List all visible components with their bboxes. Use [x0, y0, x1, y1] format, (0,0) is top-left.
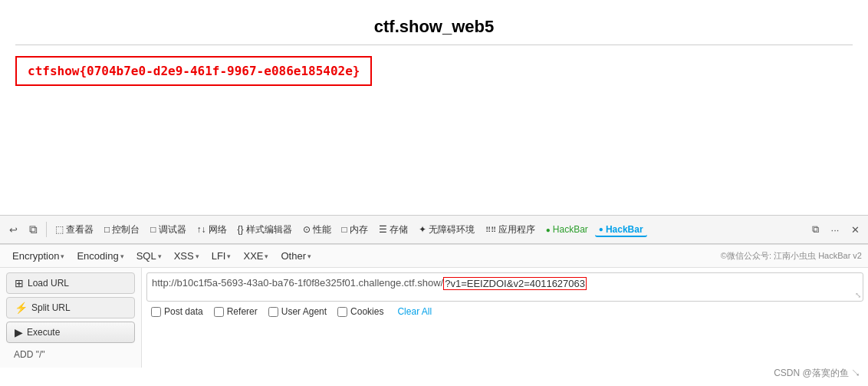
url-normal-part: http://b10c1f5a-5693-43a0-ba76-1f0f8e325…	[152, 277, 443, 289]
flag-box: ctfshow{0704b7e0-d2e9-461f-9967-e086e185…	[15, 56, 372, 86]
cookies-label: Cookies	[350, 306, 383, 317]
close-devtools-btn[interactable]: ✕	[847, 221, 863, 238]
main-content: ctf.show_web5 ctfshow{0704b7e0-d2e9-461f…	[0, 0, 868, 215]
apps-btn[interactable]: ⠿⠿ 应用程序	[482, 222, 539, 238]
user-agent-checkbox-label[interactable]: User Agent	[268, 306, 327, 317]
add-slash-label: ADD "/"	[14, 349, 45, 360]
cookies-checkbox[interactable]	[337, 307, 347, 317]
xxe-label: XXE	[243, 250, 263, 262]
split-url-button[interactable]: ⚡ Split URL	[6, 297, 135, 318]
accessibility-btn[interactable]: ✦ 无障碍环境	[415, 222, 478, 238]
duplicate-icon[interactable]: ⧉	[25, 221, 41, 238]
url-area[interactable]: http://b10c1f5a-5693-43a0-ba76-1f0f8e325…	[146, 272, 863, 302]
hackbar-sidebar: ⊞ Load URL ⚡ Split URL ▶ Execute ADD "/"	[0, 268, 142, 368]
referer-label: Referer	[227, 306, 258, 317]
storage-btn[interactable]: ☰ 存储	[375, 222, 412, 238]
other-arrow: ▾	[307, 252, 311, 260]
load-url-label: Load URL	[28, 278, 69, 289]
encryption-label: Encryption	[12, 250, 59, 262]
accessibility-label: 无障碍环境	[429, 223, 475, 236]
other-label: Other	[281, 250, 306, 262]
encoding-arrow: ▾	[120, 252, 124, 260]
hackbar-green-label: HackBar	[553, 224, 588, 235]
title-divider	[15, 45, 853, 45]
menu-item-xxe[interactable]: XXE ▾	[237, 248, 275, 264]
referer-checkbox[interactable]	[214, 307, 224, 317]
execute-icon: ▶	[15, 326, 23, 338]
add-slash-btn[interactable]: ADD "/"	[6, 346, 135, 363]
sql-arrow: ▾	[158, 252, 162, 260]
memory-btn[interactable]: □ 内存	[338, 222, 372, 238]
hackbar-copyright: ©微信公众号: 江南小虫虫 HackBar v2	[721, 250, 862, 262]
menu-item-sql[interactable]: SQL ▾	[130, 248, 168, 264]
console-btn[interactable]: □ 控制台	[100, 222, 143, 238]
xxe-arrow: ▾	[265, 252, 268, 260]
menu-item-other[interactable]: Other ▾	[275, 248, 317, 264]
lfi-arrow: ▾	[227, 252, 231, 260]
menu-item-xss[interactable]: XSS ▾	[168, 248, 205, 264]
user-agent-label: User Agent	[281, 306, 327, 317]
copy-window-icon[interactable]: ⧉	[807, 221, 824, 238]
split-url-label: Split URL	[31, 302, 71, 313]
performance-btn[interactable]: ⊙ 性能	[299, 222, 335, 238]
network-label: 网络	[209, 223, 227, 236]
cookies-checkbox-label[interactable]: Cookies	[337, 306, 383, 317]
menu-item-lfi[interactable]: LFI ▾	[205, 248, 238, 264]
hackbar-active-btn[interactable]: ● HackBar	[595, 223, 647, 237]
console-icon: □	[104, 224, 110, 235]
execute-label: Execute	[27, 327, 60, 338]
load-url-button[interactable]: ⊞ Load URL	[6, 272, 135, 294]
post-data-checkbox[interactable]	[151, 307, 161, 317]
memory-icon: □	[342, 224, 347, 235]
sql-label: SQL	[136, 250, 156, 262]
accessibility-icon: ✦	[419, 224, 426, 235]
url-resize-handle[interactable]: ⤡	[855, 291, 861, 299]
debugger-label: 调试器	[159, 223, 186, 236]
network-btn[interactable]: ↑↓ 网络	[193, 222, 231, 238]
toolbar-separator-1	[46, 222, 47, 237]
performance-icon: ⊙	[303, 224, 311, 235]
debugger-btn[interactable]: □ 调试器	[146, 222, 189, 238]
hackbar-checkrow: Post data Referer User Agent Cookies Cle…	[146, 302, 863, 320]
style-editor-label: 样式编辑器	[246, 223, 292, 236]
post-data-label: Post data	[164, 306, 203, 317]
encryption-arrow: ▾	[61, 252, 64, 260]
user-agent-checkbox[interactable]	[268, 307, 278, 317]
return-icon[interactable]: ↩	[5, 221, 21, 238]
apps-icon: ⠿⠿	[485, 226, 496, 234]
debugger-icon: □	[150, 224, 156, 235]
apps-label: 应用程序	[498, 223, 535, 236]
menu-item-encryption[interactable]: Encryption ▾	[6, 248, 71, 264]
hackbar-active-label: HackBar	[606, 224, 643, 235]
hackbar-active-icon: ●	[599, 225, 603, 233]
hackbar-green-btn[interactable]: ● HackBar	[542, 223, 592, 236]
menu-item-encoding[interactable]: Encoding ▾	[71, 248, 130, 264]
lfi-label: LFI	[212, 250, 226, 262]
style-editor-btn[interactable]: {} 样式编辑器	[234, 222, 296, 238]
storage-label: 存储	[390, 223, 408, 236]
performance-label: 性能	[313, 223, 331, 236]
hackbar-green-icon: ●	[546, 226, 551, 234]
page-title: ctf.show_web5	[15, 8, 853, 45]
hackbar-main: http://b10c1f5a-5693-43a0-ba76-1f0f8e325…	[142, 268, 868, 368]
console-label: 控制台	[112, 223, 140, 236]
inspector-btn[interactable]: ⬚ 查看器	[51, 222, 97, 238]
clear-all-button[interactable]: Clear All	[397, 306, 432, 317]
style-editor-icon: {}	[238, 224, 244, 235]
watermark: CSDN @落寞的鱼 ↘	[774, 367, 860, 380]
url-highlight-part: ?v1=EEIZDOI&v2=4011627063	[443, 277, 587, 290]
referer-checkbox-label[interactable]: Referer	[214, 306, 258, 317]
hackbar-menu: Encryption ▾ Encoding ▾ SQL ▾ XSS ▾ LFI …	[0, 245, 868, 268]
network-icon: ↑↓	[197, 224, 206, 235]
overflow-menu-btn[interactable]: ···	[827, 221, 843, 238]
inspector-icon: ⬚	[55, 224, 64, 235]
storage-icon: ☰	[379, 224, 387, 235]
memory-label: 内存	[350, 223, 368, 236]
xss-label: XSS	[174, 250, 194, 262]
load-url-icon: ⊞	[15, 277, 24, 289]
inspector-label: 查看器	[66, 223, 94, 236]
hackbar-body: ⊞ Load URL ⚡ Split URL ▶ Execute ADD "/"…	[0, 268, 868, 368]
browser-toolbar: ↩ ⧉ ⬚ 查看器 □ 控制台 □ 调试器 ↑↓ 网络 {} 样式编辑器 ⊙ 性…	[0, 215, 868, 244]
post-data-checkbox-label[interactable]: Post data	[151, 306, 203, 317]
execute-button[interactable]: ▶ Execute	[6, 322, 135, 343]
